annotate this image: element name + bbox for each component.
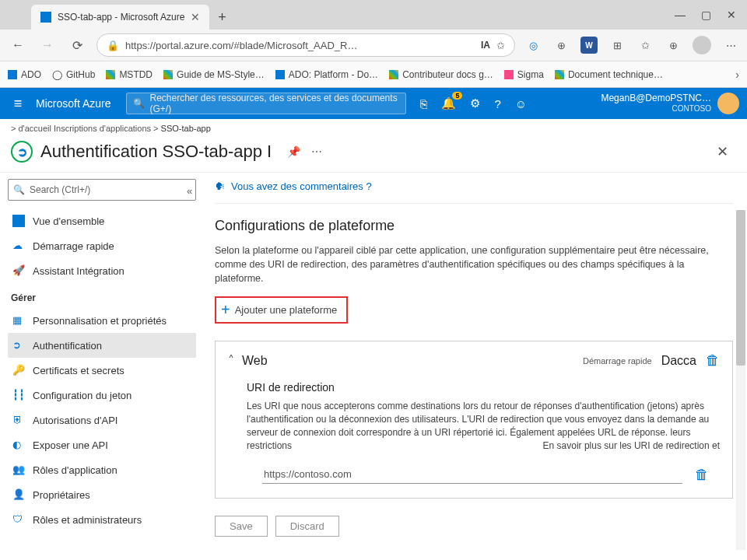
redirect-uri-description: Les URI que nous accepterons comme desti… (247, 400, 720, 453)
search-icon: 🔍 (13, 184, 25, 195)
bookmarks-overflow-icon[interactable]: › (735, 68, 739, 81)
plus-icon: + (221, 301, 230, 319)
sidebar-item-label: Configuration du jeton (33, 390, 132, 401)
content-area: 🗣 Vous avez des commentaires ? Configura… (204, 173, 747, 556)
redirect-uri-title: URI de redirection (247, 381, 720, 394)
bookmark-guide[interactable]: Guide de MS-Style… (163, 69, 265, 80)
learn-more-link[interactable]: En savoir plus sur les URI de redirectio… (543, 439, 720, 453)
ia-badge[interactable]: IA (481, 40, 490, 51)
collections-icon[interactable]: ⊕ (665, 37, 682, 54)
sidebar-item-quickstart[interactable]: ☁Démarrage rapide (8, 233, 196, 258)
tab-title: SSO-tab-app - Microsoft Azure (58, 12, 184, 23)
sidebar-item-integration[interactable]: 🚀Assistant Intégration (8, 258, 196, 283)
page-header: ➲ Authentification SSO-tab-app I 📌 ⋯ ✕ (0, 138, 747, 172)
feedback-link[interactable]: 🗣 Vous avez des commentaires ? (215, 180, 733, 204)
account-org: CONTOSO (601, 103, 711, 114)
url-input[interactable]: 🔒 https://portal.azure.com/#blade/Micros… (96, 33, 515, 57)
notification-count: 5 (452, 92, 462, 100)
sidebar-search-input[interactable]: 🔍 Search (Ctrl+/) (8, 179, 196, 201)
bookmark-ado-platform[interactable]: ADO: Platform - Do… (275, 69, 378, 80)
permissions-icon: ⛨ (12, 414, 25, 426)
word-icon[interactable]: W (580, 37, 598, 54)
account-avatar[interactable] (717, 93, 739, 114)
bookmark-sigma[interactable]: Sigma (504, 69, 544, 80)
key-icon: 🔑 (12, 364, 25, 376)
sidebar-item-app-roles[interactable]: 👥Rôles d'application (8, 457, 196, 482)
notifications-icon[interactable]: 🔔5 (441, 96, 456, 110)
settings-icon[interactable]: ⚙ (470, 96, 480, 110)
delete-platform-icon[interactable]: 🗑 (706, 352, 720, 369)
profile-avatar[interactable] (693, 36, 711, 54)
window-close-icon[interactable]: ✕ (727, 9, 736, 21)
owners-icon: 👤 (12, 488, 25, 501)
expose-icon: ◐ (12, 439, 25, 451)
docs-link[interactable]: Dacca (661, 354, 696, 368)
feedback-icon[interactable]: ☺ (515, 97, 527, 110)
help-icon[interactable]: ? (494, 97, 500, 110)
tab-close-icon[interactable]: ✕ (191, 11, 200, 23)
menu-toggle-icon[interactable]: ≡ (0, 96, 36, 112)
account-name: MeganB@DemoPSTNC… (601, 93, 711, 103)
redirect-uri-input[interactable] (262, 465, 682, 484)
platform-web-title: Web (242, 354, 268, 368)
sidebar-item-expose-api[interactable]: ◐Exposer une API (8, 432, 196, 457)
breadcrumb: > d'accueil Inscriptions d'applications … (0, 119, 747, 138)
sidebar-item-branding[interactable]: ▦Personnalisation et propriétés (8, 308, 196, 333)
bookmark-contributeur[interactable]: Contributeur docs g… (389, 69, 493, 80)
azure-search-input[interactable]: 🔍 Rechercher des ressources, des service… (126, 93, 406, 114)
sidebar: 🔍 Search (Ctrl+/) « Vue d'ensemble ☁Déma… (0, 173, 204, 556)
sidebar-item-roles-admins[interactable]: 🛡Rôles et administrateurs (8, 507, 196, 532)
rocket-icon: 🚀 (12, 264, 25, 277)
discard-button[interactable]: Discard (275, 516, 339, 537)
sidebar-item-label: Rôles d'application (33, 464, 117, 476)
crumb-registrations[interactable]: Inscriptions d'applications > (54, 124, 158, 133)
more-icon[interactable]: ⋯ (722, 37, 739, 54)
bookmark-mstdd[interactable]: MSTDD (106, 69, 153, 80)
sidebar-item-label: Démarrage rapide (33, 240, 114, 252)
crumb-app[interactable]: SSO-tab-app (161, 124, 211, 133)
extensions-icon[interactable]: ⊞ (608, 37, 626, 54)
sidebar-item-label: Certificats et secrets (33, 365, 124, 376)
star-plus-icon[interactable]: ✩ (496, 40, 505, 51)
sidebar-item-certificates[interactable]: 🔑Certificats et secrets (8, 358, 196, 383)
bookmark-doctechnique[interactable]: Document technique… (555, 69, 663, 80)
collapse-sidebar-icon[interactable]: « (187, 185, 192, 197)
shield-icon[interactable]: ◎ (524, 37, 542, 54)
chevron-up-icon[interactable]: ˄ (228, 353, 234, 368)
refresh-button[interactable]: ⟳ (67, 35, 87, 55)
cloud-shell-icon[interactable]: ⎘ (420, 97, 427, 110)
url-text: https://portal.azure.com/#blade/Microsof… (125, 40, 357, 51)
app-icon: ➲ (11, 141, 33, 163)
sidebar-item-label: Personnalisation et propriétés (33, 315, 167, 327)
feedback-label: Vous avez des commentaires ? (231, 180, 372, 192)
section-description: Selon la plateforme ou l'appareil ciblé … (215, 243, 733, 285)
azure-brand[interactable]: Microsoft Azure (36, 97, 126, 110)
bookmark-ado[interactable]: ADO (8, 69, 41, 80)
crumb-home[interactable]: > d'accueil (11, 124, 51, 133)
lock-icon: 🔒 (107, 40, 119, 51)
browser-tab[interactable]: SSO-tab-app - Microsoft Azure ✕ (31, 5, 209, 30)
sidebar-search-placeholder: Search (Ctrl+/) (30, 184, 90, 195)
sidebar-item-authentication[interactable]: ➲Authentification (8, 333, 196, 358)
forward-button[interactable]: → (37, 35, 58, 55)
globe-icon[interactable]: ⊕ (552, 37, 570, 54)
bookmark-github[interactable]: ◯GitHub (52, 69, 95, 80)
window-maximize-icon[interactable]: ▢ (701, 9, 711, 21)
new-tab-button[interactable]: + (209, 9, 234, 26)
account-menu[interactable]: MeganB@DemoPSTNC… CONTOSO (601, 93, 717, 114)
delete-uri-icon[interactable]: 🗑 (695, 467, 709, 483)
pin-icon[interactable]: 📌 (287, 145, 300, 158)
sidebar-item-api-permissions[interactable]: ⛨Autorisations d'API (8, 408, 196, 432)
more-actions-icon[interactable]: ⋯ (311, 145, 322, 158)
window-minimize-icon[interactable]: ― (675, 9, 686, 21)
back-button[interactable]: ← (8, 35, 28, 55)
sidebar-item-token[interactable]: ┇┇Configuration du jeton (8, 383, 196, 408)
sidebar-item-owners[interactable]: 👤Propriétaires (8, 482, 196, 507)
add-platform-button[interactable]: + Ajouter une plateforme (215, 296, 348, 324)
blade-close-icon[interactable]: ✕ (717, 143, 736, 160)
sidebar-item-overview[interactable]: Vue d'ensemble (8, 208, 196, 233)
token-icon: ┇┇ (12, 389, 25, 401)
save-button[interactable]: Save (215, 516, 268, 537)
scrollbar-thumb[interactable] (736, 210, 745, 366)
favorites-icon[interactable]: ✩ (637, 37, 654, 54)
